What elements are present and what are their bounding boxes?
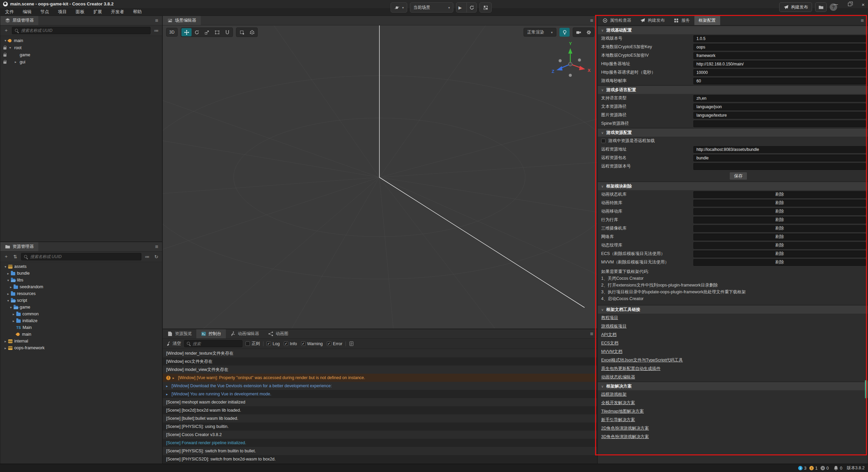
arrow-collapsed-icon[interactable]: ▸ [11, 312, 16, 316]
menu-节点[interactable]: 节点 [36, 8, 54, 16]
tab-控制台[interactable]: 控制台 [196, 329, 226, 338]
trim-button-动画特效库[interactable]: 剔除 [693, 200, 866, 206]
menu-编辑[interactable]: 编辑 [18, 8, 36, 16]
log-row[interactable]: [Scene] [box2d]:box2d wasm lib loaded. [163, 406, 597, 414]
tab-构建发布[interactable]: 构建发布 [636, 16, 669, 25]
tab-属性检查器[interactable]: 属性检查器 [598, 16, 636, 25]
status-warnings[interactable]: ! 1 [809, 466, 817, 471]
tab-资源预览[interactable]: 资源预览 [163, 329, 196, 338]
trim-button-动态纹理库[interactable]: 剔除 [693, 242, 866, 249]
asset-node-bundle[interactable]: ▸bundle [0, 270, 162, 277]
field-input-游戏版本号[interactable] [693, 35, 866, 42]
tool-rect-button[interactable] [212, 28, 222, 36]
restart-button[interactable] [467, 3, 476, 12]
menu-扩展[interactable]: 扩展 [89, 8, 106, 16]
maximize-button[interactable] [848, 3, 851, 6]
arrow-collapsed-icon[interactable]: ▸ [11, 319, 16, 323]
open-project-folder-button[interactable] [815, 2, 827, 12]
field-input-Spine资源路径[interactable] [693, 120, 866, 127]
status-notifications[interactable]: 0 [833, 466, 842, 471]
tab-hierarchy[interactable]: 层级管理器 [0, 16, 38, 25]
menu-开发者[interactable]: 开发者 [106, 8, 129, 16]
tab-scene-editor[interactable]: 场景编辑器 [163, 16, 201, 25]
arrow-collapsed-icon[interactable]: ▸ [8, 285, 13, 289]
tab-assets[interactable]: 资源管理器 [0, 242, 38, 251]
link-3D角色扮演游戏解决方案[interactable]: 3D角色扮演游戏解决方案 [601, 434, 649, 440]
collapse-logs-icon[interactable] [349, 341, 354, 347]
tab-服务[interactable]: 服务 [669, 16, 694, 25]
tool-cube-button[interactable] [247, 28, 257, 36]
section-header-游戏基础配置[interactable]: ∨游戏基础配置 [598, 25, 868, 34]
tab-动画编辑器[interactable]: 动画编辑器 [226, 329, 264, 338]
trim-button-网络库[interactable]: 剔除 [693, 234, 866, 240]
link-Excel格式转Json文件与TypeScript代码工具[interactable]: Excel格式转Json文件与TypeScript代码工具 [601, 357, 683, 363]
log-row[interactable]: [Scene] [PHYSICS2D]: switch from box2d-w… [163, 455, 597, 463]
link-Tiledmap地图解决方案[interactable]: Tiledmap地图解决方案 [601, 409, 644, 414]
panel-menu-icon[interactable]: ≡ [151, 242, 162, 251]
log-checkbox[interactable] [267, 341, 271, 346]
asset-node-resources[interactable]: ▸resources [0, 290, 162, 297]
filter-Error[interactable]: Error [327, 341, 342, 346]
scene-settings-button[interactable] [584, 28, 594, 36]
arrow-expanded-icon[interactable]: ▾ [8, 306, 13, 309]
field-input-本地数据CryptoES加密IV[interactable] [693, 52, 866, 59]
filter-Log[interactable]: Log [267, 341, 280, 346]
assets-search-input[interactable] [30, 254, 139, 259]
log-row[interactable]: [Window] render_texture文件夹存在 [163, 349, 597, 357]
preview-qr-button[interactable] [479, 2, 492, 13]
save-button[interactable]: 保存 [729, 172, 747, 180]
orientation-gizmo[interactable]: Y X Z [545, 38, 596, 88]
minimize-button[interactable]: — [834, 2, 838, 7]
panel-menu-icon[interactable]: ≡ [586, 16, 597, 25]
field-input-支持语言类型[interactable] [693, 95, 866, 102]
log-row[interactable]: ▸[Window] You are running Vue in develop… [163, 390, 597, 398]
regex-checkbox[interactable] [245, 341, 250, 346]
asset-node-main[interactable]: main [0, 331, 162, 338]
link-2D角色扮演游戏解决方案[interactable]: 2D角色扮演游戏解决方案 [601, 426, 649, 431]
warning-checkbox[interactable] [301, 341, 305, 346]
clear-console-button[interactable]: 清空 [166, 341, 181, 347]
log-row[interactable]: ▸[Window] Download the Vue Devtools exte… [163, 382, 597, 390]
asset-node-assets[interactable]: ▾assets [0, 263, 162, 270]
add-node-button[interactable]: ＋ [3, 27, 9, 34]
log-row[interactable]: [Scene] [bullet]:bullet wasm lib loaded. [163, 414, 597, 422]
lighting-toggle-button[interactable] [559, 28, 570, 37]
play-button[interactable]: ▶ [456, 3, 464, 12]
trim-button-动画状态机库[interactable]: 剔除 [693, 191, 866, 198]
asset-node-game[interactable]: ▾game [0, 304, 162, 311]
add-asset-button[interactable]: ＋ [3, 254, 9, 260]
menu-文件[interactable]: 文件 [1, 8, 18, 16]
asset-node-internal[interactable]: ▸internal [0, 338, 162, 345]
remote-load-checkbox[interactable] [601, 139, 606, 143]
arrow-expanded-icon[interactable]: ▾ [3, 265, 8, 269]
hierarchy-filter-button[interactable]: ≔ [153, 28, 160, 33]
hierarchy-node-main[interactable]: ▾main [0, 37, 162, 44]
scrollbar-thumb[interactable] [865, 380, 867, 398]
scene-viewport[interactable]: 3D 正常渲染 ▾ [163, 25, 597, 329]
tool-move-button[interactable] [181, 28, 192, 36]
asset-node-libs[interactable]: ▾libs [0, 277, 162, 283]
link-战棋游戏框架[interactable]: 战棋游戏框架 [601, 392, 627, 397]
info-checkbox[interactable] [284, 341, 288, 346]
log-row[interactable]: [Scene] meshopt wasm decoder initialized [163, 398, 597, 406]
trim-button-MVVM（剔除后模板项目无法使用）[interactable]: 剔除 [693, 259, 866, 266]
panel-menu-icon[interactable]: ≡ [857, 16, 868, 25]
section-header-框架模块剔除[interactable]: ∨框架模块剔除 [598, 181, 868, 190]
log-row[interactable]: [Scene] [PHYSICS]: switch from builtin t… [163, 447, 597, 455]
trim-button-动画移动库[interactable]: 剔除 [693, 208, 866, 215]
console-search-input[interactable] [193, 341, 240, 346]
field-input-本地数据CryptoES加密Key[interactable] [693, 44, 866, 51]
expand-log-icon[interactable]: ▸ [173, 376, 176, 380]
link-ECS文档[interactable]: ECS文档 [601, 340, 618, 346]
log-row[interactable]: [Window] ecs文件夹存在 [163, 357, 597, 366]
tab-动画图[interactable]: 动画图 [263, 329, 293, 338]
tool-snap-button[interactable] [237, 28, 247, 36]
tab-框架配置[interactable]: 框架配置 [694, 16, 720, 25]
arrow-collapsed-icon[interactable]: ▸ [3, 346, 8, 350]
trim-button-ECS（剔除后模板项目无法使用）[interactable]: 剔除 [693, 251, 866, 257]
link-动画状态机编辑器[interactable]: 动画状态机编辑器 [601, 374, 635, 380]
field-input-游戏每秒帧率[interactable] [693, 78, 866, 84]
asset-node-seedrandom[interactable]: ▸seedrandom [0, 283, 162, 290]
render-mode-select[interactable]: 正常渲染 ▾ [524, 28, 556, 37]
refresh-assets-button[interactable]: ↻ [153, 254, 160, 259]
